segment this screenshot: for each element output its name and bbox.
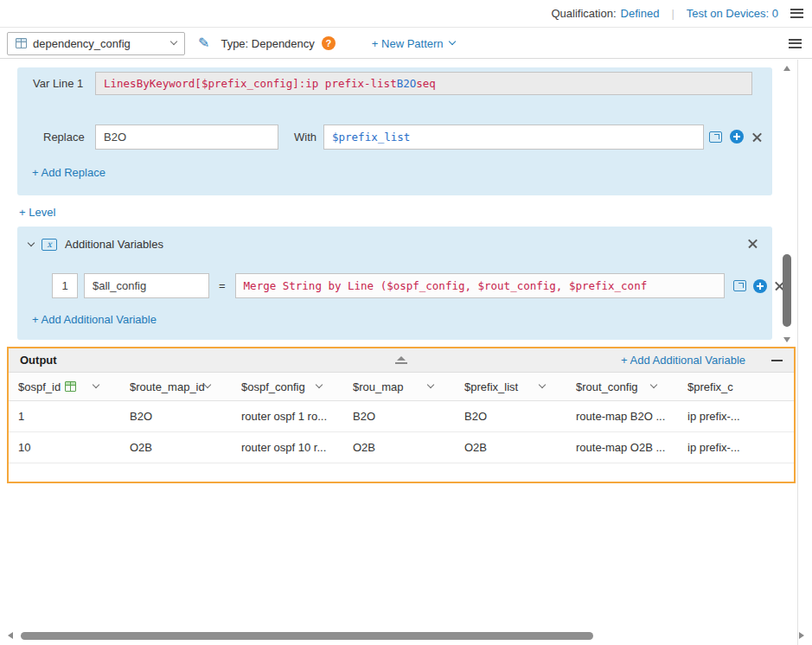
with-label: With [294,125,316,150]
qualification-label: Qualification: [551,7,616,20]
output-table-header-row: $ospf_id$route_map_id$ospf_config$rou_ma… [9,373,796,401]
chevron-down-icon [170,38,177,45]
table-cell: ip prefix-... [678,401,796,431]
additional-variables-header: Additional Variables [29,238,163,251]
horizontal-scrollbar [0,629,812,642]
output-column-header[interactable]: $ospf_config [232,373,343,400]
add-icon[interactable] [753,279,767,293]
chevron-down-icon [448,38,455,45]
vertical-scroll-thumb[interactable] [783,254,791,327]
expression-input[interactable]: Merge String by Line ($ospf_config, $rou… [235,273,725,298]
editor-menu-icon[interactable] [789,39,802,48]
column-label: $rou_map [353,380,404,393]
output-column-header[interactable]: $rout_config [566,373,678,400]
column-dropdown-icon[interactable] [650,381,657,388]
output-column-header[interactable]: $route_map_id [120,373,232,400]
output-column-header[interactable]: $prefix_c [678,373,796,400]
add-level-link[interactable]: + Level [19,206,55,219]
output-section: Output + Add Additional Variable $ospf_i… [7,347,796,483]
topbar-separator: | [671,7,674,20]
output-column-header[interactable]: $ospf_id [9,373,120,400]
additional-variable-row: 1 $all_config = Merge String by Line ($o… [52,273,785,298]
pattern-name: dependency_config [33,37,165,50]
scroll-down-arrow[interactable] [783,337,790,342]
column-label: $ospf_id [18,380,61,393]
column-dropdown-icon[interactable] [204,381,211,388]
collapse-chevron-icon[interactable] [28,239,35,246]
add-icon[interactable] [730,130,744,144]
row-index: 1 [52,273,78,298]
add-additional-variable-link[interactable]: + Add Additional Variable [621,354,745,367]
table-cell: router ospf 1 ro... [232,401,343,431]
table-cell: O2B [120,432,232,463]
column-dropdown-icon[interactable] [539,381,546,388]
table-cell: O2B [455,432,566,463]
with-input[interactable]: $prefix_list [323,125,704,150]
help-icon[interactable] [322,36,336,50]
variable-icon [42,239,57,251]
scroll-right-arrow[interactable] [799,632,804,639]
content-right-border [797,60,798,645]
table-variable-icon [65,381,76,392]
menu-icon[interactable] [790,9,803,18]
column-label: $prefix_list [464,380,518,393]
scroll-up-arrow[interactable] [783,66,790,71]
table-cell: B2O [120,401,232,431]
new-pattern-button[interactable]: + New Pattern [372,37,455,50]
add-additional-variable-link[interactable]: + Add Additional Variable [32,313,157,326]
column-dropdown-icon[interactable] [93,381,99,388]
table-cell: B2O [343,401,455,431]
var-line-input[interactable]: LinesByKeyword[$prefix_config]:ip prefix… [95,72,752,95]
top-bar: Qualification: Defined | Test on Devices… [0,0,812,28]
column-label: $ospf_config [241,380,305,393]
replace-input[interactable]: B2O [95,125,278,150]
var-line-label: Var Line 1 [33,72,83,95]
table-cell: route-map O2B ... [566,432,678,463]
table-cell: 1 [9,401,120,431]
close-icon[interactable] [747,238,758,249]
horizontal-scroll-thumb[interactable] [21,632,593,640]
replace-row-actions [709,130,763,144]
table-cell: 10 [9,432,120,463]
column-label: $prefix_c [687,380,733,393]
column-dropdown-icon[interactable] [316,381,323,388]
column-label: $route_map_id [130,380,205,393]
table-cell: O2B [343,432,455,463]
var-line-panel: Var Line 1 LinesByKeyword[$prefix_config… [17,67,772,195]
additional-variables-title: Additional Variables [65,238,163,251]
remove-icon[interactable] [751,131,763,143]
pattern-toolbar: dependency_config Type: Dependency + New… [0,29,812,59]
table-cell: router ospf 10 r... [232,432,343,463]
table-row[interactable]: 10O2Brouter ospf 10 r...O2BO2Broute-map … [9,432,796,463]
pattern-type-label: Type: Dependency [221,37,314,50]
expression-row-actions [733,279,785,293]
output-column-header[interactable]: $rou_map [343,373,455,400]
output-column-header[interactable]: $prefix_list [455,373,566,400]
minimize-icon[interactable] [771,360,783,361]
table-row[interactable]: 1B2Orouter ospf 1 ro...B2OB2Oroute-map B… [9,401,796,432]
scroll-left-arrow[interactable] [8,632,13,639]
additional-variables-panel: Additional Variables 1 $all_config = Mer… [17,227,772,340]
column-dropdown-icon[interactable] [427,381,434,388]
edit-pencil-icon[interactable] [198,36,209,50]
variable-name-input[interactable]: $all_config [84,273,209,298]
open-editor-icon[interactable] [733,280,746,291]
qualification-status: Qualification: Defined [551,7,659,20]
qualification-value-link[interactable]: Defined [621,7,660,20]
output-header: Output + Add Additional Variable [9,348,794,373]
replace-label: Replace [43,125,85,150]
collapse-handle-icon[interactable] [394,356,408,364]
column-label: $rout_config [576,380,638,393]
pattern-editor-page: Qualification: Defined | Test on Devices… [0,0,812,645]
output-header-actions: + Add Additional Variable [621,354,783,367]
table-grid-icon [16,38,27,48]
expand-table-icon[interactable] [709,131,722,143]
new-pattern-label: + New Pattern [372,37,444,50]
output-table-body: 1B2Orouter ospf 1 ro...B2OB2Oroute-map B… [9,401,794,463]
vertical-scrollbar [781,61,794,347]
test-on-devices-link[interactable]: Test on Devices: 0 [687,7,778,20]
add-replace-link[interactable]: + Add Replace [32,166,105,179]
table-cell: route-map B2O ... [566,401,678,431]
table-cell: ip prefix-... [678,432,796,463]
pattern-selector-dropdown[interactable]: dependency_config [7,32,185,55]
